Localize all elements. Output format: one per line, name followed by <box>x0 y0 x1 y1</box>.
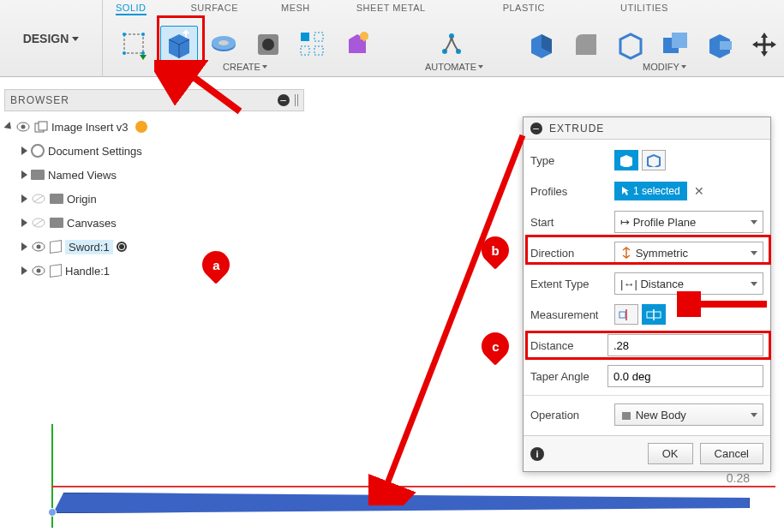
clear-selection-button[interactable]: ✕ <box>691 184 708 198</box>
info-icon[interactable]: i <box>530 447 544 461</box>
direction-dropdown[interactable]: Symmetric <box>614 242 763 264</box>
svg-rect-11 <box>314 33 323 41</box>
svg-line-26 <box>33 195 44 202</box>
extent-value: Distance <box>640 278 684 290</box>
start-dropdown[interactable]: ↦ Profile Plane <box>614 211 763 233</box>
tab-solid[interactable]: SOLID <box>116 3 147 15</box>
hole-button[interactable] <box>249 26 287 63</box>
type-solid-icon[interactable] <box>614 150 638 170</box>
tree-label: Named Views <box>48 169 117 182</box>
browser-panel: BROWSER – Image Insert v3 Document Setti… <box>4 89 304 286</box>
shell-button[interactable] <box>612 26 649 63</box>
svg-point-2 <box>141 33 145 36</box>
profiles-selection-badge[interactable]: 1 selected <box>614 182 687 200</box>
collapse-icon[interactable]: – <box>278 94 290 106</box>
row-type: Type <box>530 145 763 176</box>
callout-b: b <box>476 230 514 269</box>
tab-utilities[interactable]: UTILITIES <box>620 3 668 15</box>
automate-button[interactable] <box>433 26 470 63</box>
expand-icon[interactable] <box>21 266 27 275</box>
active-component-icon[interactable] <box>117 242 127 252</box>
tree-root[interactable]: Image Insert v3 <box>6 115 302 139</box>
svg-point-1 <box>123 33 126 36</box>
pattern-button[interactable] <box>294 26 332 63</box>
workspace-switcher[interactable]: DESIGN <box>0 0 103 77</box>
create-sketch-button[interactable] <box>116 26 153 63</box>
folder-icon <box>50 218 63 228</box>
create-group-label[interactable]: CREATE <box>223 62 267 72</box>
svg-rect-0 <box>124 34 143 53</box>
tab-surface[interactable]: SURFACE <box>191 3 238 15</box>
row-operation: Operation New Body <box>530 399 763 430</box>
tab-plastic[interactable]: PLASTIC <box>503 3 545 15</box>
expand-icon[interactable] <box>21 194 27 203</box>
revolve-button[interactable] <box>205 26 242 63</box>
fillet-button[interactable] <box>567 26 605 63</box>
type-thin-icon[interactable] <box>642 150 666 170</box>
caret-down-icon <box>72 37 79 41</box>
expand-icon[interactable] <box>21 218 27 227</box>
visibility-icon[interactable] <box>31 265 46 277</box>
tree-item-document-settings[interactable]: Document Settings <box>6 139 302 163</box>
combine-button[interactable] <box>656 26 694 63</box>
measurement-half-icon[interactable] <box>614 304 638 325</box>
taper-input[interactable] <box>607 365 763 387</box>
dimension-label: 0.28 <box>727 471 750 485</box>
tree-label: Canvases <box>67 217 117 230</box>
tree-item-canvases[interactable]: Canvases <box>6 211 302 235</box>
sketch-profile[interactable] <box>53 493 750 513</box>
extrude-title: EXTRUDE <box>549 123 604 134</box>
visibility-icon[interactable] <box>31 241 46 253</box>
type-label: Type <box>530 154 607 167</box>
svg-point-4 <box>141 51 145 55</box>
extrude-header[interactable]: – EXTRUDE <box>524 117 770 140</box>
visibility-icon[interactable] <box>15 121 31 133</box>
extent-dropdown[interactable]: |↔| Distance <box>614 272 763 295</box>
expand-icon[interactable] <box>21 242 27 251</box>
expand-icon[interactable] <box>21 170 27 179</box>
svg-point-7 <box>218 40 229 45</box>
expand-icon[interactable] <box>21 146 27 155</box>
tree-item-sword[interactable]: Sword:1 <box>6 235 302 259</box>
svg-rect-24 <box>39 122 47 130</box>
row-start: Start ↦ Profile Plane <box>530 206 763 237</box>
collapse-icon[interactable]: – <box>530 123 542 134</box>
measurement-whole-icon[interactable] <box>642 304 666 325</box>
tree-item-origin[interactable]: Origin <box>6 187 302 211</box>
row-direction: Direction Symmetric <box>530 237 763 268</box>
automate-group-label[interactable]: AUTOMATE <box>425 62 483 72</box>
cancel-button[interactable]: Cancel <box>700 443 763 464</box>
tab-mesh[interactable]: MESH <box>281 3 310 15</box>
visibility-off-icon[interactable] <box>31 217 46 229</box>
extrude-dialog: – EXTRUDE Type Profiles 1 selected ✕ Sta… <box>523 117 771 472</box>
emboss-button[interactable] <box>338 26 376 63</box>
modify-tool-button[interactable] <box>701 26 739 63</box>
svg-rect-19 <box>672 33 687 48</box>
tab-sheet-metal[interactable]: SHEET METAL <box>356 3 426 15</box>
start-value: Profile Plane <box>633 216 697 229</box>
tree-item-named-views[interactable]: Named Views <box>6 163 302 187</box>
component-icon <box>50 240 62 254</box>
ok-button[interactable]: OK <box>648 443 693 464</box>
svg-point-3 <box>123 51 126 55</box>
distance-input[interactable] <box>607 334 763 356</box>
operation-dropdown[interactable]: New Body <box>614 403 763 426</box>
sketch-origin-point[interactable] <box>48 508 57 517</box>
visibility-off-icon[interactable] <box>31 193 46 205</box>
expand-icon[interactable] <box>3 122 14 132</box>
press-pull-button[interactable] <box>523 26 560 63</box>
svg-point-30 <box>37 245 41 249</box>
panel-grip-icon[interactable] <box>295 94 298 106</box>
caret-down-icon <box>751 220 757 224</box>
modify-group-label[interactable]: MODIFY <box>643 62 686 72</box>
direction-label: Direction <box>530 247 607 260</box>
row-measurement: Measurement <box>530 299 763 330</box>
gear-icon <box>31 144 45 158</box>
svg-point-32 <box>37 269 41 273</box>
start-label: Start <box>530 216 607 229</box>
svg-rect-10 <box>301 33 309 41</box>
tree-item-handle[interactable]: Handle:1 <box>6 259 302 283</box>
extrude-button[interactable] <box>160 26 198 63</box>
move-button[interactable] <box>745 26 783 63</box>
svg-rect-13 <box>314 46 323 55</box>
